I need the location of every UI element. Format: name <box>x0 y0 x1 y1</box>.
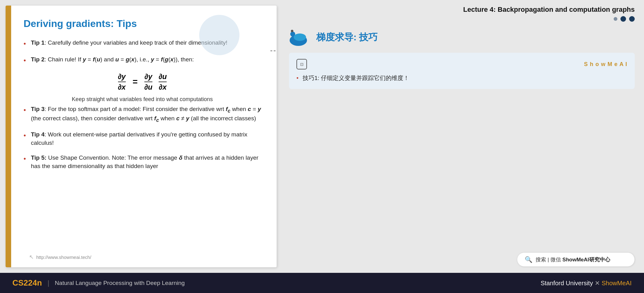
formula-block: ∂y ∂x = ∂y ∂u ∂u ∂x <box>24 72 261 103</box>
frac-denominator: ∂x <box>159 83 167 92</box>
chain-rule-formula: ∂y ∂x = ∂y ∂u ∂u ∂x <box>24 72 261 92</box>
showmeai-brand: S h o w M e A I <box>584 61 627 68</box>
slide-content: Deriving gradients: Tips • Tip 1: Carefu… <box>11 6 277 267</box>
frac-dy-du: ∂y ∂u <box>144 72 153 92</box>
translation-card: ⊡ S h o w M e A I • 技巧1: 仔细定义变量并跟踪它们的维度！ <box>289 53 635 89</box>
frac-denominator: ∂u <box>144 83 153 92</box>
dashed-connector <box>270 51 277 51</box>
tip-1-text: Tip 1: Carefully define your variables a… <box>31 39 227 47</box>
list-item: • Tip 5: Use Shape Convention. Note: The… <box>24 154 261 170</box>
bullet-icon: • <box>24 39 26 49</box>
right-panel: Lecture 4: Backpropagation and computati… <box>277 0 644 273</box>
tip-4-text: Tip 4: Work out element-wise partial der… <box>31 131 261 147</box>
ai-icon-text: ⊡ <box>300 62 304 67</box>
svg-point-2 <box>294 33 306 41</box>
frac-numerator: ∂y <box>144 72 152 81</box>
course-code: CS224n <box>12 278 42 288</box>
equals-sign: = <box>133 77 138 87</box>
cn-bullet: • <box>296 75 299 81</box>
search-icon: 🔍 <box>525 256 532 263</box>
bottom-left: CS224n | Natural Language Processing wit… <box>12 278 185 288</box>
url-text: http://www.showmeai.tech/ <box>36 255 91 260</box>
frac-numerator: ∂u <box>159 72 167 81</box>
bullet-icon: • <box>24 131 26 140</box>
translation-text: • 技巧1: 仔细定义变量并跟踪它们的维度！ <box>296 74 627 83</box>
frac-numerator: ∂y <box>118 72 126 81</box>
tip-2-text: Tip 2: Chain rule! If y = f(u) and u = g… <box>31 55 194 64</box>
bullet-icon: • <box>24 56 26 65</box>
nav-dot-3[interactable] <box>629 16 635 22</box>
search-text: 搜索 | 微信 ShowMeAI研究中心 <box>536 256 610 263</box>
university-name: Stanford University <box>541 280 593 286</box>
svg-point-3 <box>291 30 293 32</box>
tip-list: • Tip 1: Carefully define your variables… <box>24 39 261 170</box>
slide-panel: Deriving gradients: Tips • Tip 1: Carefu… <box>6 6 277 267</box>
translation-card-header: ⊡ S h o w M e A I <box>296 59 627 69</box>
bullet-icon: • <box>24 105 26 115</box>
lecture-title: Lecture 4: Backpropagation and computati… <box>289 6 635 14</box>
nav-dot-2[interactable] <box>620 16 626 22</box>
decorative-circle <box>199 15 239 55</box>
slide-url: ↖ http://www.showmeai.tech/ <box>29 254 91 260</box>
main-content: Deriving gradients: Tips • Tip 1: Carefu… <box>0 0 644 273</box>
list-item: • Tip 2: Chain rule! If y = f(u) and u =… <box>24 55 261 65</box>
cursor-icon: ↖ <box>29 254 34 260</box>
cn-logo <box>289 28 311 47</box>
tip-5-label: Tip 5: <box>31 154 46 161</box>
tip-3-text: Tip 3: For the top softmax part of a mod… <box>31 105 261 124</box>
translation-content: 技巧1: 仔细定义变量并跟踪它们的维度！ <box>303 75 409 81</box>
tip-5-text: Tip 5: Use Shape Convention. Note: The e… <box>31 154 261 170</box>
tip-4-label: Tip 4 <box>31 131 45 138</box>
x-mark: ✕ <box>595 280 602 286</box>
tip-2-label: Tip 2 <box>31 56 45 63</box>
frac-denominator: ∂x <box>118 83 126 92</box>
showmeai-brand-bottom: ShowMeAI <box>602 280 632 286</box>
cn-title-card: 梯度求导: 技巧 <box>289 28 635 47</box>
course-name: Natural Language Processing with Deep Le… <box>55 280 185 286</box>
nav-dots <box>289 16 635 22</box>
list-item: • Tip 4: Work out element-wise partial d… <box>24 131 261 147</box>
ai-icon: ⊡ <box>296 59 307 69</box>
frac-du-dx: ∂u ∂x <box>159 72 167 92</box>
formula-note: Keep straight what variables feed into w… <box>24 96 261 103</box>
nav-dot-1[interactable] <box>614 17 617 21</box>
bottom-bar: CS224n | Natural Language Processing wit… <box>0 273 644 293</box>
tip-3-label: Tip 3 <box>31 106 45 112</box>
list-item: • Tip 3: For the top softmax part of a m… <box>24 105 261 124</box>
frac-dy-dx: ∂y ∂x <box>118 72 126 92</box>
tip-1-label: Tip 1 <box>31 39 45 46</box>
bottom-divider: | <box>47 279 49 287</box>
slide-accent-bar <box>6 6 11 267</box>
search-bar[interactable]: 🔍 搜索 | 微信 ShowMeAI研究中心 <box>517 252 635 267</box>
frac-line <box>159 82 167 82</box>
bullet-icon: • <box>24 154 26 164</box>
frac-line <box>118 82 126 82</box>
bottom-right: Stanford University ✕ ShowMeAI <box>541 279 632 287</box>
cn-section-title: 梯度求导: 技巧 <box>316 31 378 44</box>
frac-line <box>144 82 153 82</box>
